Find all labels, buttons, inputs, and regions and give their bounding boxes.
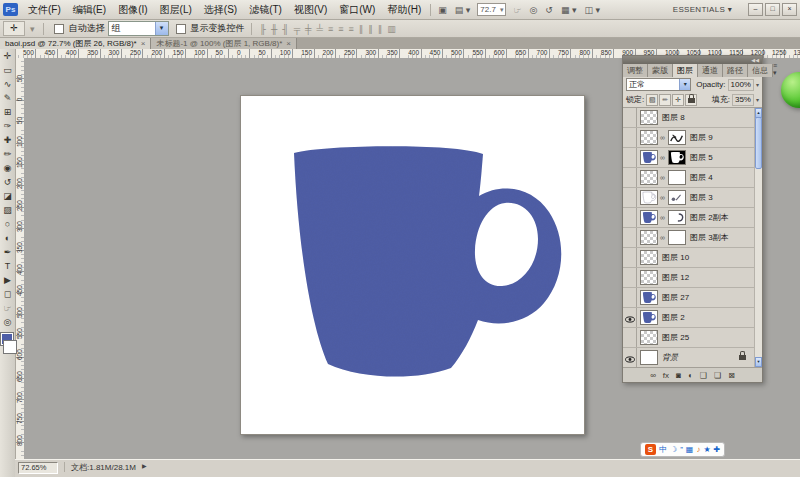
- align-middle-icon[interactable]: ╪: [303, 24, 313, 34]
- layer-name[interactable]: 图层 12: [662, 272, 689, 283]
- layer-mask-thumbnail[interactable]: [668, 190, 686, 205]
- layer-thumbnail[interactable]: [640, 250, 658, 265]
- ime-soft-keyboard-icon[interactable]: ▦: [686, 444, 694, 455]
- status-zoom-field[interactable]: 72.65%: [18, 462, 58, 474]
- panel-tab-0[interactable]: 调整: [623, 64, 648, 77]
- layer-thumbnail[interactable]: [640, 150, 658, 165]
- layer-name[interactable]: 图层 4: [690, 172, 713, 183]
- marquee-tool[interactable]: ▭: [0, 63, 15, 77]
- menu-help[interactable]: 帮助(H): [381, 3, 427, 17]
- visibility-toggle[interactable]: [623, 348, 637, 367]
- screen-mode-icon[interactable]: ◫ ▾: [580, 5, 604, 15]
- layer-mask-thumbnail[interactable]: [668, 170, 686, 185]
- sogou-logo-icon[interactable]: S: [645, 444, 656, 455]
- ime-skin-icon[interactable]: ★: [703, 444, 710, 455]
- visibility-toggle[interactable]: [623, 108, 637, 127]
- layer-style-icon[interactable]: fx: [663, 371, 669, 380]
- layer-mask-thumbnail[interactable]: [668, 230, 686, 245]
- ime-punctuation-icon[interactable]: ”: [680, 444, 683, 455]
- visibility-toggle[interactable]: [623, 208, 637, 227]
- workspace-switcher[interactable]: ESSENTIALS ▾: [673, 5, 732, 14]
- layer-name[interactable]: 背景: [662, 352, 678, 363]
- view-extras-icon[interactable]: ▤ ▾: [451, 5, 475, 15]
- tab-close-icon[interactable]: ×: [286, 39, 291, 48]
- visibility-toggle[interactable]: [623, 248, 637, 267]
- show-transform-checkbox[interactable]: [176, 24, 186, 34]
- visibility-toggle[interactable]: [623, 288, 637, 307]
- menu-edit[interactable]: 编辑(E): [67, 3, 112, 17]
- ime-chinese-mode-icon[interactable]: 中: [659, 444, 667, 455]
- document-tab[interactable]: 未标题-1 @ 100% (图层 1, RGB/8)*×: [151, 38, 297, 49]
- pen-tool[interactable]: ✒: [0, 245, 15, 259]
- auto-align-icon[interactable]: ▥: [385, 24, 398, 34]
- visibility-toggle[interactable]: [623, 328, 637, 347]
- fill-slider-arrow-icon[interactable]: ▾: [756, 96, 759, 103]
- lasso-tool[interactable]: ∿: [0, 77, 15, 91]
- shape-tool[interactable]: ◻: [0, 287, 15, 301]
- menu-image[interactable]: 图像(I): [112, 3, 153, 17]
- restore-button[interactable]: □: [765, 3, 780, 16]
- layer-row[interactable]: ∞图层 4: [623, 168, 754, 188]
- layer-row[interactable]: ∞图层 2副本: [623, 208, 754, 228]
- layer-thumbnail[interactable]: [640, 110, 658, 125]
- layer-name[interactable]: 图层 2副本: [690, 212, 729, 223]
- brush-tool[interactable]: ✏: [0, 147, 15, 161]
- status-expand-icon[interactable]: ▶: [142, 462, 147, 469]
- crop-tool[interactable]: ⊞: [0, 105, 15, 119]
- visibility-toggle[interactable]: [623, 168, 637, 187]
- minimize-button[interactable]: –: [748, 3, 763, 16]
- document-canvas[interactable]: [240, 95, 585, 435]
- hand-tool[interactable]: ☞: [0, 301, 15, 315]
- distribute-left-icon[interactable]: ∥: [357, 24, 366, 34]
- layer-thumbnail[interactable]: [640, 170, 658, 185]
- panel-tab-layers[interactable]: 图层: [673, 64, 698, 77]
- type-tool[interactable]: T: [0, 259, 15, 273]
- photoshop-logo-icon[interactable]: Ps: [3, 3, 18, 16]
- collapse-to-icons-icon[interactable]: ◀◀: [751, 57, 759, 63]
- layer-row[interactable]: 背景: [623, 348, 754, 367]
- distribute-center-icon[interactable]: ∥: [366, 24, 375, 34]
- layer-name[interactable]: 图层 5: [690, 152, 713, 163]
- close-button[interactable]: ×: [782, 3, 797, 16]
- document-tab[interactable]: baoi.psd @ 72.7% (图层 26, RGB/8)*×: [0, 38, 151, 49]
- distribute-middle-icon[interactable]: ≡: [336, 24, 345, 34]
- opacity-slider-arrow-icon[interactable]: ▾: [756, 81, 759, 88]
- panel-dock-header[interactable]: ◀◀: [623, 56, 762, 64]
- auto-select-checkbox[interactable]: [54, 24, 64, 34]
- arrange-documents-icon[interactable]: ▦ ▾: [557, 5, 581, 15]
- layer-thumbnail[interactable]: [640, 290, 658, 305]
- move-tool[interactable]: ✛: [0, 49, 15, 63]
- layer-group-icon[interactable]: ❑: [700, 371, 707, 380]
- layer-mask-thumbnail[interactable]: [668, 150, 686, 165]
- gradient-tool[interactable]: ▨: [0, 203, 15, 217]
- visibility-toggle[interactable]: [623, 268, 637, 287]
- rotate-view-icon[interactable]: ↺: [541, 5, 557, 15]
- ime-voice-icon[interactable]: ♪: [696, 444, 700, 455]
- distribute-top-icon[interactable]: ≡: [326, 24, 335, 34]
- layer-row[interactable]: 图层 8: [623, 108, 754, 128]
- panel-tab-5[interactable]: 信息: [748, 64, 773, 77]
- background-color-swatch[interactable]: [4, 341, 16, 353]
- layer-thumbnail[interactable]: [640, 230, 658, 245]
- lock-all-icon[interactable]: [685, 94, 697, 106]
- blur-tool[interactable]: ○: [0, 217, 15, 231]
- launch-bridge-icon[interactable]: ▣: [434, 5, 451, 15]
- tab-close-icon[interactable]: ×: [141, 39, 146, 48]
- layer-row[interactable]: 图层 27: [623, 288, 754, 308]
- quick-selection-tool[interactable]: ✎: [0, 91, 15, 105]
- adjustment-layer-icon[interactable]: ◐: [688, 371, 693, 380]
- layer-mask-thumbnail[interactable]: [668, 210, 686, 225]
- distribute-right-icon[interactable]: ∥: [376, 24, 385, 34]
- history-brush-tool[interactable]: ↺: [0, 175, 15, 189]
- layer-thumbnail[interactable]: [640, 210, 658, 225]
- layer-thumbnail[interactable]: [640, 350, 658, 365]
- layer-name[interactable]: 图层 3副本: [690, 232, 729, 243]
- lock-position-icon[interactable]: ✛: [672, 94, 684, 106]
- menu-window[interactable]: 窗口(W): [333, 3, 381, 17]
- layer-row[interactable]: 图层 25: [623, 328, 754, 348]
- layer-name[interactable]: 图层 25: [662, 332, 689, 343]
- layer-thumbnail[interactable]: [640, 190, 658, 205]
- delete-layer-icon[interactable]: ⊠: [728, 371, 735, 380]
- visibility-toggle[interactable]: [623, 228, 637, 247]
- layer-row[interactable]: ∞图层 3: [623, 188, 754, 208]
